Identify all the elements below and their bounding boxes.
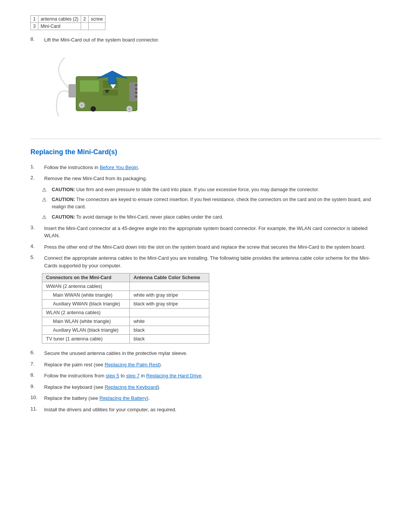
caution-text-1: CAUTION: Use firm and even pressure to s… [52,186,319,193]
part-label-1: antenna cables (2) [38,16,81,23]
svg-rect-1 [80,80,99,92]
step-number-8: 8. [30,36,41,44]
step-4-replace: 4. Press the other end of the Mini-Card … [30,243,381,251]
step-3-text: Insert the Mini-Card connector at a 45-d… [44,225,381,240]
caution-block-3: ⚠ CAUTION: To avoid damage to the Mini-C… [42,214,381,221]
step-num-7: 7. [30,361,41,369]
antenna-table: Connectors on the Mini-Card Antenna Cabl… [42,273,209,343]
step-num-6: 6. [30,350,41,357]
part-num-2: 2 [81,16,89,23]
step-1-text: Follow the instructions in Before You Be… [44,164,139,171]
part-empty-1 [81,23,89,30]
wlan-main-row: Main WLAN (white triangle) white [42,317,209,326]
svg-rect-7 [135,92,137,94]
step-num-3: 3. [30,225,41,240]
caution-text-2: CAUTION: The connectors are keyed to ens… [52,196,381,211]
replacing-hard-drive-link[interactable]: Replacing the Hard Drive [146,373,201,379]
step-num-5: 5. [30,254,41,269]
wwan-aux-color: black with gray stripe [129,300,209,308]
step-5-text: Connect the appropriate antenna cables t… [44,254,381,269]
mini-card-image-container [53,50,381,127]
step-3-replace: 3. Insert the Mini-Card connector at a 4… [30,225,381,240]
step-2-text: Remove the new Mini-Card from its packag… [44,175,147,182]
wlan-aux-color: black [129,326,209,335]
section-divider [30,139,381,139]
step-7-replace: 7. Replace the palm rest (see Replacing … [30,361,381,369]
step-10-replace: 10. Replace the battery (see Replacing t… [30,395,381,402]
tv-tuner-color: black [129,335,209,343]
wwan-group-row: WWAN (2 antenna cables) [42,282,209,291]
step-8-remove: 8. Lift the Mini-Card out of the system … [30,36,381,44]
step-1-replace: 1. Follow the instructions in Before You… [30,164,381,171]
wwan-main-connector: Main WWAN (white triangle) [42,291,130,300]
caution-icon-2: ⚠ [42,197,49,203]
step-11-text: Install the drivers and utilities for yo… [44,406,177,414]
caution-icon-1: ⚠ [42,187,49,193]
step-9-text: Replace the keyboard (see Replacing the … [44,383,161,391]
step-4-text: Press the other end of the Mini-Card dow… [44,243,365,251]
svg-rect-5 [135,84,137,86]
step-num-2: 2. [30,175,41,182]
step-10-text: Replace the battery (see Replacing the B… [44,395,150,402]
step-num-8-final: 8. [30,372,41,380]
step-num-1: 1. [30,164,41,171]
wlan-group-label: WLAN (2 antenna cables) [42,308,130,317]
step-7-text: Replace the palm rest (see Replacing the… [44,361,162,369]
mini-card-illustration [53,50,152,126]
wwan-aux-connector: Auxiliary WWAN (black triangle) [42,300,130,308]
part-label-3: Mini-Card [38,23,81,30]
wlan-aux-row: Auxiliary WLAN (black triangle) black [42,326,209,335]
step-8-final-text: Follow the instructions from step 5 to s… [44,372,203,380]
step-6-text: Secure the unused antenna cables in the … [44,350,188,357]
step-num-4: 4. [30,243,41,251]
wwan-aux-row: Auxiliary WWAN (black triangle) black wi… [42,300,209,308]
wlan-main-color: white [129,317,209,326]
svg-rect-8 [135,96,137,97]
step-8-text: Lift the Mini-Card out of the system boa… [44,36,159,44]
step-6-replace: 6. Secure the unused antenna cables in t… [30,350,381,357]
wlan-main-connector: Main WLAN (white triangle) [42,317,130,326]
wwan-group-label: WWAN (2 antenna cables) [42,282,130,291]
step-8-final: 8. Follow the instructions from step 5 t… [30,372,381,380]
step-7-link[interactable]: step 7 [126,373,139,379]
caution-block-1: ⚠ CAUTION: Use firm and even pressure to… [42,186,381,193]
wlan-group-color [129,308,209,317]
antenna-col-1-header: Connectors on the Mini-Card [42,273,130,282]
antenna-col-2-header: Antenna Cable Color Scheme [129,273,209,282]
step-num-11: 11. [30,406,41,414]
replacing-keyboard-link[interactable]: Replacing the Keyboard [105,384,158,390]
caution-icon-3: ⚠ [42,214,49,220]
step-2-replace: 2. Remove the new Mini-Card from its pac… [30,175,381,182]
svg-rect-6 [135,88,137,90]
section-title: Replacing the Mini-Card(s) [30,148,381,156]
svg-rect-9 [68,84,76,97]
part-num-3: 3 [31,23,38,30]
part-num-1: 1 [31,16,38,23]
svg-point-19 [91,106,96,112]
before-you-begin-link[interactable]: Before You Begin [100,165,138,170]
step-11-replace: 11. Install the drivers and utilities fo… [30,406,381,414]
step-5-link[interactable]: step 5 [106,373,119,379]
part-label-2: screw [88,16,105,23]
wwan-group-color [129,282,209,291]
wlan-aux-connector: Auxiliary WLAN (black triangle) [42,326,130,335]
part-empty-2 [88,23,105,30]
step-num-10: 10. [30,395,41,402]
replacing-battery-link[interactable]: Replacing the Battery [99,395,147,401]
wwan-main-row: Main WWAN (white triangle) white with gr… [42,291,209,300]
step-9-replace: 9. Replace the keyboard (see Replacing t… [30,383,381,391]
wlan-group-row: WLAN (2 antenna cables) [42,308,209,317]
caution-block-2: ⚠ CAUTION: The connectors are keyed to e… [42,196,381,211]
tv-tuner-connector: TV tuner (1 antenna cable) [42,335,130,343]
caution-text-3: CAUTION: To avoid damage to the Mini-Car… [52,214,223,221]
replacing-palm-rest-link[interactable]: Replacing the Palm Rest [105,362,159,367]
step-5-replace: 5. Connect the appropriate antenna cable… [30,254,381,269]
step-num-9: 9. [30,383,41,391]
svg-rect-3 [103,90,118,96]
parts-reference-table: 1 antenna cables (2) 2 screw 3 Mini-Card [30,15,105,30]
wwan-main-color: white with gray stripe [129,291,209,300]
tv-tuner-row: TV tuner (1 antenna cable) black [42,335,209,343]
